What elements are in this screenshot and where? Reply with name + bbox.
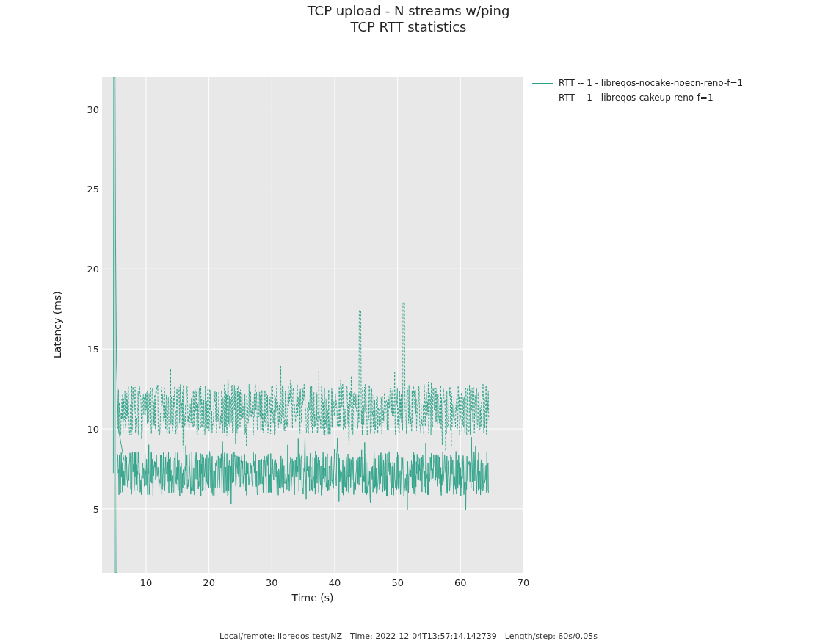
x-axis-label: Time (s) [102, 592, 523, 604]
legend-item-2: RTT -- 1 - libreqos-cakeup-reno-f=1 [532, 93, 743, 103]
legend-item-1: RTT -- 1 - libreqos-nocake-noecn-reno-f=… [532, 78, 743, 88]
chart-title-line2: TCP RTT statistics [0, 19, 817, 35]
x-tick-label: 60 [454, 577, 467, 588]
legend-swatch-solid [532, 79, 553, 87]
legend-label-1: RTT -- 1 - libreqos-nocake-noecn-reno-f=… [559, 78, 743, 88]
x-tick-label: 40 [329, 577, 341, 588]
legend: RTT -- 1 - libreqos-nocake-noecn-reno-f=… [532, 78, 743, 107]
series-1-initial-spike [115, 77, 124, 573]
x-tick-label: 20 [203, 577, 215, 588]
footer-caption: Local/remote: libreqos-test/NZ - Time: 2… [0, 632, 817, 641]
y-axis-label: Latency (ms) [51, 77, 63, 573]
plot-area [102, 77, 523, 573]
y-tick-label: 15 [70, 344, 99, 355]
y-tick-label: 25 [70, 184, 99, 195]
y-tick-label: 30 [70, 104, 99, 115]
x-tick-label: 50 [391, 577, 404, 588]
series-1 [113, 77, 488, 573]
x-tick-label: 70 [518, 577, 530, 588]
chart-title-line1: TCP upload - N streams w/ping [0, 3, 817, 18]
plot-svg [102, 77, 523, 573]
y-tick-label: 20 [70, 264, 99, 275]
legend-swatch-dashed [532, 94, 553, 101]
series-2 [117, 303, 488, 452]
x-tick-label: 10 [140, 577, 153, 588]
chart-figure: TCP upload - N streams w/ping TCP RTT st… [0, 0, 817, 644]
legend-label-2: RTT -- 1 - libreqos-cakeup-reno-f=1 [559, 93, 713, 103]
y-tick-label: 10 [70, 424, 99, 435]
x-tick-label: 30 [266, 577, 278, 588]
y-tick-label: 5 [70, 503, 99, 514]
